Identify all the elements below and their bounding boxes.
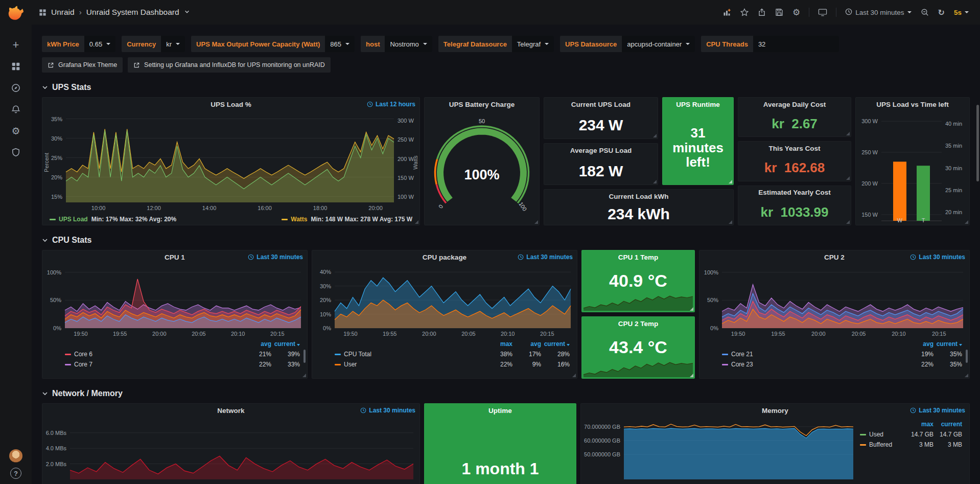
panel-title[interactable]: CPU package <box>423 253 466 261</box>
load-vs-time-bar-chart: 150 W200 W250 W300 W20 min25 min30 min35… <box>856 111 969 225</box>
breadcrumb-folder[interactable]: Unraid <box>51 8 75 17</box>
panel-title[interactable]: Network <box>217 407 244 414</box>
legend-series-name[interactable]: Core 23 <box>722 361 905 368</box>
panel-title[interactable]: CPU 1 <box>165 253 185 261</box>
time-override-indicator: Last 30 minutes <box>910 404 965 417</box>
alerting-bell-icon[interactable] <box>4 99 28 120</box>
zoom-out-button[interactable] <box>917 4 933 20</box>
variable-value-dropdown[interactable]: Telegraf <box>512 36 554 52</box>
refresh-interval-picker[interactable]: 5s <box>950 4 973 20</box>
legend-series-name[interactable]: Core 21 <box>722 351 905 358</box>
external-link-icon <box>48 62 54 68</box>
svg-text:20:15: 20:15 <box>540 331 554 337</box>
grafana-logo-icon[interactable] <box>7 4 25 22</box>
chart-canvas: 50.000000 GB60.000000 GB70.000000 GB <box>581 417 859 483</box>
share-button[interactable] <box>754 4 770 20</box>
add-panel-button[interactable] <box>719 4 735 20</box>
create-plus-icon[interactable]: + <box>4 34 28 56</box>
svg-text:300 W: 300 W <box>398 118 414 124</box>
variable-cpu-threads[interactable]: CPU Threads 32 <box>701 36 839 52</box>
variable-kwh-price[interactable]: kWh Price 0.65 <box>42 36 115 52</box>
legend-series-name[interactable]: User <box>335 361 484 368</box>
panel-title[interactable]: This Years Cost <box>768 145 820 152</box>
svg-text:200 W: 200 W <box>398 156 414 162</box>
panel-title[interactable]: Average PSU Load <box>570 147 632 154</box>
external-link-icon <box>133 62 140 68</box>
legend-series-name[interactable]: Used <box>860 431 905 438</box>
divider <box>809 8 809 17</box>
panel-title[interactable]: UPS Battery Charge <box>449 101 515 108</box>
legend-series-name[interactable]: Watts <box>291 216 307 223</box>
svg-text:T: T <box>922 217 925 223</box>
variable-value-dropdown[interactable]: apcupsd-container <box>622 36 695 52</box>
stat-value: 31 minutes left! <box>663 111 733 185</box>
chart-canvas: 2.0 MBs4.0 MBs6.0 MBs <box>42 417 419 483</box>
section-network-memory[interactable]: Network / Memory <box>42 389 970 398</box>
chevron-down-icon[interactable] <box>184 8 190 17</box>
stat-value: kr 2.67 <box>738 111 851 136</box>
panel-title[interactable]: CPU 1 Temp <box>618 253 659 261</box>
panel-title[interactable]: Current UPS Load <box>571 101 631 108</box>
svg-text:4.0 MBs: 4.0 MBs <box>46 445 67 451</box>
help-icon[interactable]: ? <box>10 468 21 479</box>
chart-canvas: 0%10%20%30%40%19:5019:5520:0020:0520:102… <box>312 264 577 338</box>
panel-title[interactable]: Uptime <box>488 407 512 414</box>
legend-series-name[interactable]: UPS Load <box>59 216 88 223</box>
variable-value-dropdown[interactable]: kr <box>161 36 185 52</box>
user-avatar[interactable] <box>9 449 22 463</box>
network-chart: 2.0 MBs4.0 MBs6.0 MBs <box>42 417 419 483</box>
panel-title[interactable]: UPS Load vs Time left <box>876 101 949 108</box>
section-ups-stats[interactable]: UPS Stats <box>42 83 970 92</box>
section-cpu-stats[interactable]: CPU Stats <box>42 236 970 245</box>
dashboards-icon[interactable] <box>4 56 28 77</box>
cpu-threads-input[interactable]: 32 <box>753 36 839 52</box>
refresh-button[interactable]: ↻ <box>934 4 949 20</box>
svg-text:60.000000 GB: 60.000000 GB <box>584 437 620 444</box>
panel-network: Network Last 30 minutes 2.0 MBs4.0 MBs6.… <box>42 403 420 484</box>
variable-host[interactable]: host Nostromo <box>361 36 432 52</box>
server-admin-shield-icon[interactable] <box>4 142 28 163</box>
variable-ups-datasource[interactable]: UPS Datasource apcupsd-container <box>560 36 695 52</box>
page-scrollbar[interactable] <box>976 105 979 181</box>
panel-title[interactable]: Average Daily Cost <box>763 101 826 108</box>
legend-series-name[interactable]: Core 7 <box>65 361 243 368</box>
variable-value-dropdown[interactable]: 0.65 <box>84 36 115 52</box>
stat-value: kr 1033.99 <box>738 199 851 225</box>
panel-average-daily-cost: Average Daily Cost kr 2.67 <box>738 97 851 137</box>
svg-text:250 W: 250 W <box>861 149 878 155</box>
legend-row: Core 2119%35% <box>722 349 962 359</box>
legend-series-name[interactable]: CPU Total <box>335 351 484 358</box>
panel-title[interactable]: Current Load kWh <box>609 193 669 200</box>
tv-mode-button[interactable] <box>814 4 831 20</box>
panel-title[interactable]: Estimated Yearly Cost <box>758 189 831 196</box>
svg-text:100%: 100% <box>47 269 61 275</box>
variable-value-dropdown[interactable]: 865 <box>325 36 355 52</box>
panel-title[interactable]: Memory <box>762 407 788 414</box>
panel-title[interactable]: CPU 2 <box>824 253 845 261</box>
legend-scrollbar[interactable] <box>304 350 306 363</box>
explore-compass-icon[interactable] <box>4 77 28 99</box>
legend-row: User22%9%16% <box>335 359 570 370</box>
star-button[interactable] <box>736 4 753 20</box>
panel-title[interactable]: UPS Runtime <box>676 101 720 108</box>
panel-title[interactable]: CPU 2 Temp <box>618 320 659 328</box>
legend-row: Used14.7 GB14.7 GB <box>860 429 962 440</box>
panel-title[interactable]: UPS Load % <box>211 101 251 108</box>
variable-ups-max-power[interactable]: UPS Max Output Power Capacity (Watt) 865 <box>191 36 355 52</box>
legend-scrollbar[interactable] <box>966 350 968 363</box>
variable-currency[interactable]: Currency kr <box>122 36 185 52</box>
time-range-picker[interactable]: Last 30 minutes <box>841 4 915 20</box>
chart-canvas: 0%50%100%19:5019:5520:0020:0520:1020:15 <box>42 264 307 338</box>
legend-series-name[interactable]: Core 6 <box>65 351 243 358</box>
link-grafana-plex-theme[interactable]: Grafana Plex Theme <box>42 57 123 73</box>
legend-series-name[interactable]: Buffered <box>860 441 905 448</box>
svg-text:15%: 15% <box>51 194 62 200</box>
apps-grid-icon[interactable] <box>39 9 46 16</box>
dashboard-settings-gear-icon[interactable]: ⚙ <box>788 4 804 20</box>
configuration-gear-icon[interactable]: ⚙ <box>4 120 28 142</box>
breadcrumb-dashboard-title[interactable]: Unraid System Dashboard <box>86 8 179 17</box>
save-button[interactable] <box>771 4 787 20</box>
variable-value-dropdown[interactable]: Nostromo <box>385 36 432 52</box>
link-ups-monitoring-guide[interactable]: Setting up Grafana and InfluxDB for UPS … <box>128 57 331 73</box>
variable-telegraf-datasource[interactable]: Telegraf Datasource Telegraf <box>438 36 554 52</box>
